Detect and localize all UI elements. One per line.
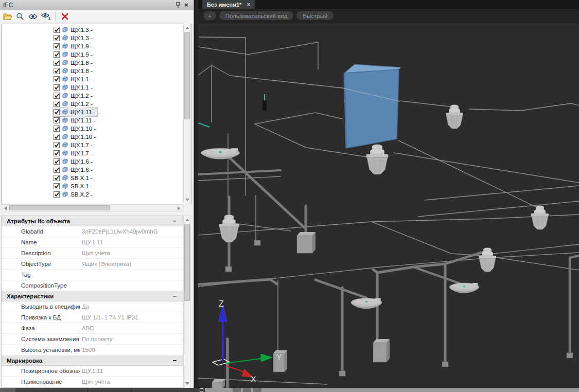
- tree-item[interactable]: ЩУ.1.6 -: [2, 157, 191, 166]
- scroll-up-arrow-icon[interactable]: [185, 219, 189, 221]
- tree-item[interactable]: SB.X.1 -: [2, 174, 191, 182]
- tree-item-checkbox[interactable]: [54, 167, 60, 173]
- tree-item-checkbox[interactable]: [54, 191, 60, 198]
- tree-item[interactable]: ЩУ.1.7 -: [2, 141, 191, 149]
- application-window: IFC × 1 ЩУ.1.3 -ЩУ.1.3 -ЩУ.1.: [0, 0, 579, 392]
- tree-item-checkbox[interactable]: [54, 134, 60, 140]
- tree-scrollbar-thumb[interactable]: [184, 32, 190, 119]
- attribute-row[interactable]: CompositionType: [2, 280, 183, 291]
- attribute-row[interactable]: Система заземленияПо проекту: [2, 334, 183, 345]
- tree-hscrollbar-thumb[interactable]: [9, 205, 110, 210]
- attribute-row[interactable]: ObjectTypeЯщик (Электрика): [2, 259, 183, 270]
- tree-item-checkbox[interactable]: [54, 150, 60, 156]
- attribute-row[interactable]: Высота установки, мм1500: [2, 345, 183, 355]
- tree-item-checkbox[interactable]: [54, 60, 60, 66]
- tree-item[interactable]: ЩУ.1.8 -: [2, 59, 191, 67]
- attributes-vertical-scrollbar[interactable]: [183, 216, 191, 388]
- pin-icon[interactable]: [174, 1, 182, 9]
- tree-item-checkbox[interactable]: [54, 142, 60, 148]
- ifc-panel-titlebar[interactable]: IFC ×: [0, 0, 194, 10]
- tree-item[interactable]: ЩУ.1.6 -: [2, 166, 191, 174]
- panel-close-icon[interactable]: ×: [182, 1, 190, 9]
- tree-item[interactable]: ЩУ.1.7 -: [2, 149, 191, 157]
- scroll-up-arrow-icon[interactable]: [185, 27, 189, 29]
- attribute-row[interactable]: Выводить в специфик…Да: [2, 301, 183, 312]
- junction-box[interactable]: [373, 339, 390, 362]
- show-visibility-one-icon[interactable]: 1: [41, 12, 50, 21]
- tree-item[interactable]: ЩУ.1.11 -: [2, 108, 191, 116]
- tree-item[interactable]: ЩУ.1.9 -: [2, 50, 191, 59]
- tree-item[interactable]: ЩУ.1.1 -: [2, 75, 191, 83]
- attribute-row[interactable]: Позиционное обознач…ЩУ.1.11: [2, 366, 183, 377]
- collapse-section-icon[interactable]: −: [172, 217, 178, 225]
- junction-box[interactable]: [297, 232, 315, 253]
- attribute-row[interactable]: ФазаABC: [2, 323, 183, 334]
- tree-item-checkbox[interactable]: [54, 93, 60, 99]
- tree-item-checkbox[interactable]: [54, 27, 60, 33]
- tree-item-checkbox[interactable]: [54, 51, 60, 58]
- scroll-left-arrow-icon[interactable]: [4, 206, 7, 210]
- tree-item[interactable]: SB.X.2 -: [2, 190, 191, 199]
- delete-icon[interactable]: [60, 12, 69, 21]
- tree-item-label: ЩУ.1.8 -: [71, 68, 93, 74]
- tree-item[interactable]: ЩУ.1.1 -: [2, 83, 191, 92]
- tree-item[interactable]: ЩУ.1.8 -: [2, 67, 191, 75]
- open-folder-icon[interactable]: [3, 12, 12, 21]
- tree-item-checkbox[interactable]: [54, 126, 60, 132]
- attribute-row[interactable]: Привязка к БДЩУ 1/1–1 74 У1 IP31: [2, 312, 183, 323]
- attributes-section-header[interactable]: Характеристики−: [2, 291, 183, 301]
- attributes-section-header[interactable]: Атрибуты Ifc объекта−: [2, 216, 183, 226]
- junction-box[interactable]: [212, 379, 225, 388]
- scroll-down-arrow-icon[interactable]: [185, 199, 189, 201]
- attribute-row[interactable]: DescriptionЩит учета: [2, 248, 183, 259]
- tree-item-checkbox[interactable]: [54, 117, 60, 123]
- user-view-button[interactable]: Пользовательский вид: [219, 11, 294, 20]
- tab-close-icon[interactable]: ×: [247, 1, 250, 8]
- tree-item-checkbox[interactable]: [54, 84, 60, 91]
- ifc-object-icon: [62, 166, 68, 174]
- document-tab[interactable]: Без имени1* ×: [202, 0, 255, 9]
- attributes-scrollbar-thumb[interactable]: [184, 224, 190, 301]
- attribute-row[interactable]: NameЩУ.1.11: [2, 237, 183, 248]
- attribute-row[interactable]: НаименованиеЩит учета: [2, 377, 183, 387]
- tree-item[interactable]: ЩУ.1.10 -: [2, 124, 191, 133]
- axis-x-label: X: [251, 375, 256, 384]
- tree-item[interactable]: SB.X.1 -: [2, 182, 191, 190]
- tree-horizontal-scrollbar[interactable]: [1, 204, 183, 211]
- panel-splitter[interactable]: [195, 0, 198, 392]
- attribute-row[interactable]: GlobalId3nF20ePjL1UwXh40jw0mhG: [2, 226, 183, 237]
- tree-item-checkbox[interactable]: [54, 183, 60, 189]
- quick-mode-button[interactable]: Быстрый: [296, 11, 334, 20]
- selected-panel-object[interactable]: [342, 64, 401, 148]
- collapse-section-icon[interactable]: −: [172, 292, 178, 300]
- tree-item[interactable]: ЩУ.1.2 -: [2, 92, 191, 100]
- tree-item-checkbox[interactable]: [54, 109, 60, 115]
- axis-y-label: Y: [276, 353, 282, 362]
- 3d-viewport[interactable]: ZYX: [198, 23, 579, 388]
- ifc-object-tree[interactable]: ЩУ.1.3 -ЩУ.1.3 -ЩУ.1.9 -ЩУ.1.9 -ЩУ.1.8 -…: [1, 24, 191, 204]
- tree-item[interactable]: ЩУ.1.3 -: [2, 34, 191, 42]
- tree-vertical-scrollbar[interactable]: [183, 24, 191, 204]
- tree-item-checkbox[interactable]: [54, 35, 60, 41]
- tree-item[interactable]: ЩУ.1.3 -: [2, 26, 191, 34]
- tree-item[interactable]: ЩУ.1.10 -: [2, 133, 191, 141]
- search-icon[interactable]: [15, 12, 25, 21]
- tree-item[interactable]: ЩУ.1.2 -: [2, 100, 191, 108]
- tree-item[interactable]: ЩУ.1.9 -: [2, 42, 191, 50]
- tree-item-checkbox[interactable]: [54, 68, 60, 74]
- tree-item-checkbox[interactable]: [54, 175, 60, 181]
- attribute-row[interactable]: Tag: [2, 270, 183, 280]
- show-visibility-icon[interactable]: [28, 12, 38, 21]
- viewport-bottom-icon[interactable]: [200, 388, 203, 391]
- tree-item[interactable]: ЩУ.1.11 -: [2, 116, 191, 124]
- scroll-right-arrow-icon[interactable]: [178, 206, 180, 210]
- tree-item-checkbox[interactable]: [54, 101, 60, 107]
- collapse-section-icon[interactable]: −: [172, 357, 178, 364]
- scroll-down-arrow-icon[interactable]: [185, 382, 189, 385]
- tree-item-checkbox[interactable]: [54, 76, 60, 82]
- add-view-button[interactable]: +: [203, 11, 216, 20]
- section-title: Маркировка: [7, 358, 172, 364]
- tree-item-checkbox[interactable]: [54, 43, 60, 49]
- tree-item-checkbox[interactable]: [54, 158, 60, 165]
- attributes-section-header[interactable]: Маркировка−: [2, 355, 183, 366]
